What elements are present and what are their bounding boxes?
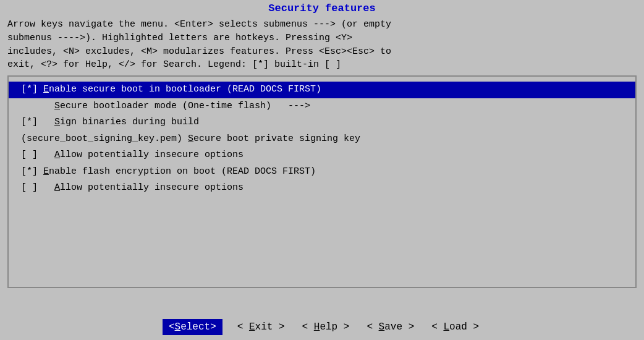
menu-item-allow-insecure-1[interactable]: [ ] Allow potentially insecure options [9,147,635,164]
desc-line1: Arrow keys navigate the menu. <Enter> se… [7,18,637,32]
top-bar: Security features [0,0,644,15]
exit-btn[interactable]: < Exit > [235,320,287,334]
hotkey-allow-insecure-1: A [54,150,60,160]
hotkey-allow-insecure-2: A [54,182,60,193]
desc-line2: submenus ---->). Highlighted letters are… [7,32,637,45]
menu-container: [*] Enable secure boot in bootloader (RE… [7,75,637,288]
menu-item-secure-boot-signing-key[interactable]: (secure_boot_signing_key.pem) Secure boo… [9,131,635,148]
desc-line4: exit, <?> for Help, </> for Search. Lege… [7,58,637,72]
desc-line3: includes, <N> excludes, <M> modularizes … [7,45,637,59]
bottom-bar: <Select>< Exit >< Help >< Save >< Load > [0,313,644,340]
page-title: Security features [268,2,375,14]
hotkey-enable-flash-encryption: E [43,166,49,177]
menu-item-enable-secure-boot[interactable]: [*] Enable secure boot in bootloader (RE… [9,82,635,98]
hotkey-secure-boot-signing-key: S [188,134,193,144]
hotkey-secure-bootloader-mode: S [54,101,60,111]
save-btn[interactable]: < Save > [364,320,417,334]
menu-item-sign-binaries[interactable]: [*] Sign binaries during build [9,114,635,131]
menu-item-secure-bootloader-mode[interactable]: Secure bootloader mode (One-time flash) … [9,98,635,115]
menu-item-enable-flash-encryption[interactable]: [*] Enable flash encryption on boot (REA… [9,164,635,181]
description-area: Arrow keys navigate the menu. <Enter> se… [0,15,644,75]
spacer [0,288,644,313]
menu-item-allow-insecure-2[interactable]: [ ] Allow potentially insecure options [9,180,635,197]
hotkey-sign-binaries: S [54,117,60,127]
select-btn[interactable]: <Select> [163,319,222,335]
hotkey-enable-secure-boot: E [43,84,49,95]
help-btn[interactable]: < Help > [300,320,352,334]
load-btn[interactable]: < Load > [429,320,481,334]
